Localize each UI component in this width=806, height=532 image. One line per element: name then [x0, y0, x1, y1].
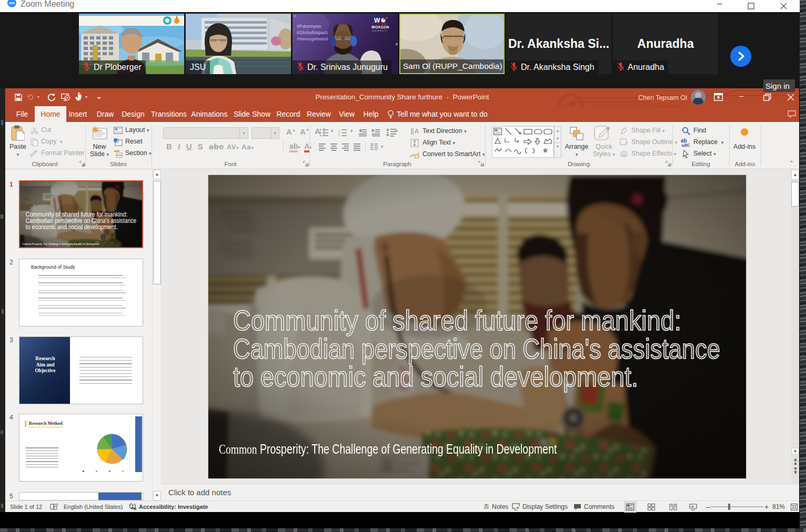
svg-text:▾: ▾ [396, 128, 398, 134]
svg-text:3: 3 [338, 134, 340, 137]
svg-text:ac: ac [684, 142, 690, 147]
svg-text:A: A [415, 128, 419, 135]
svg-text:#GlobalImpact: #GlobalImpact [297, 30, 328, 35]
svg-text:#Futureyou: #Futureyou [297, 24, 321, 29]
svg-text:#Newagelearni: #Newagelearni [297, 36, 328, 42]
svg-text:▾: ▾ [331, 128, 334, 134]
svg-text:▾: ▾ [381, 144, 384, 149]
svg-text:▾: ▾ [350, 128, 353, 134]
svg-text:U: U [381, 22, 386, 29]
svg-text:WOXSEN: WOXSEN [371, 25, 389, 29]
svg-text:W: W [374, 17, 380, 24]
svg-text:UNIVERSITY: UNIVERSITY [372, 30, 388, 32]
